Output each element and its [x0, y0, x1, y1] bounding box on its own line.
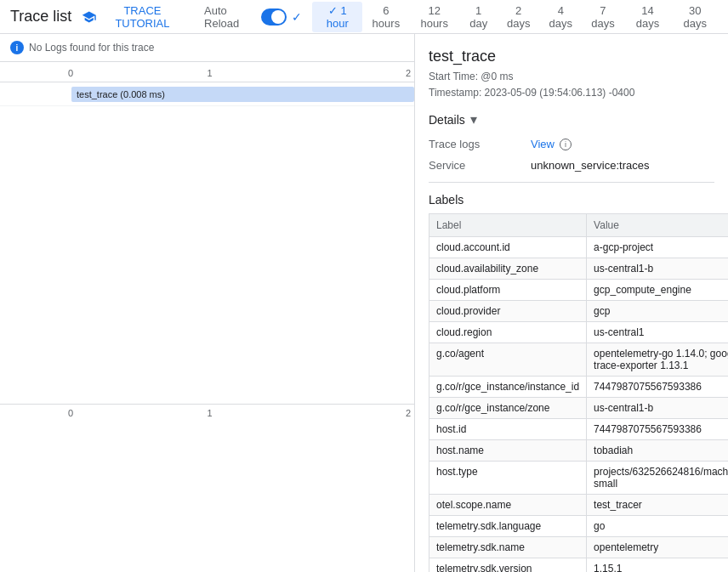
axis-label-0-top: 0	[68, 68, 73, 78]
labels-table-header: Label Value	[429, 214, 729, 237]
time-btn-30days[interactable]: 30 days	[672, 2, 718, 32]
auto-reload-toggle[interactable]	[261, 8, 287, 25]
value-cell: 7447987075567593386	[587, 377, 728, 398]
chevron-down-icon: ▾	[470, 111, 477, 127]
value-cell: projects/632526624816/machineTypes/e2-sm…	[587, 462, 728, 495]
time-btn-14days[interactable]: 14 days	[625, 2, 671, 32]
label-cell: host.id	[429, 419, 587, 440]
value-cell: go	[587, 516, 728, 537]
label-cell: cloud.availability_zone	[429, 258, 587, 280]
auto-reload-control: Auto Reload ✓	[204, 4, 302, 30]
service-value: unknown_service:traces	[531, 159, 649, 172]
axis-label-0-bottom: 0	[68, 408, 73, 421]
section-divider	[429, 182, 714, 183]
value-cell: test_tracer	[587, 495, 728, 516]
trace-tutorial-label: TRACE TUTORIAL	[101, 4, 184, 30]
labels-table-row: g.co/agentopentelemetry-go 1.14.0; googl…	[429, 343, 729, 377]
value-cell: us-central1	[587, 322, 728, 343]
label-cell: cloud.provider	[429, 301, 587, 322]
labels-table-row: host.nametobadiah	[429, 440, 729, 462]
axis-label-1-top: 1	[208, 68, 213, 78]
labels-table-row: telemetry.sdk.languagego	[429, 516, 729, 537]
time-btn-6hours[interactable]: 6 hours	[364, 2, 408, 32]
main-content: i No Logs found for this trace 0 1 2 tes…	[0, 34, 728, 572]
label-cell: host.type	[429, 462, 587, 495]
trace-logs-info-icon[interactable]: i	[560, 139, 572, 150]
timeline-axis-bottom: 0 1 2	[0, 404, 414, 424]
label-cell: telemetry.sdk.language	[429, 516, 587, 537]
time-btn-2days[interactable]: 2 days	[498, 2, 539, 32]
checkmark-icon: ✓	[292, 10, 302, 24]
trace-logs-row: Trace logs View i	[429, 138, 714, 150]
label-cell: host.name	[429, 440, 587, 462]
labels-table-row: cloud.availability_zoneus-central1-b	[429, 258, 729, 280]
label-cell: telemetry.sdk.name	[429, 537, 587, 558]
trace-name: test_trace	[429, 48, 714, 65]
label-col-header: Label	[429, 214, 587, 237]
trace-logs-value: View i	[531, 138, 572, 150]
labels-table-row: cloud.platformgcp_compute_engine	[429, 280, 729, 301]
labels-table-row: cloud.account.ida-gcp-project	[429, 237, 729, 258]
value-cell: opentelemetry	[587, 537, 728, 558]
trace-tutorial-button[interactable]: TRACE TUTORIAL	[82, 4, 184, 30]
labels-title: Labels	[429, 193, 714, 207]
value-col-header: Value	[587, 214, 728, 237]
labels-table: Label Value cloud.account.ida-gcp-projec…	[429, 213, 728, 572]
time-btn-1hour[interactable]: ✓ 1 hour	[312, 2, 362, 32]
left-panel: i No Logs found for this trace 0 1 2 tes…	[0, 34, 415, 572]
time-btn-12hours[interactable]: 12 hours	[410, 2, 459, 32]
label-cell: cloud.platform	[429, 280, 587, 301]
start-time-line: Start Time: @0 ms	[429, 69, 714, 85]
service-label: Service	[429, 159, 531, 172]
value-cell: gcp_compute_engine	[587, 280, 728, 301]
labels-table-row: telemetry.sdk.version1.15.1	[429, 558, 729, 572]
label-cell: g.co/r/gce_instance/instance_id	[429, 377, 587, 398]
graduation-cap-icon	[82, 8, 96, 25]
trace-logs-label: Trace logs	[429, 138, 531, 150]
labels-table-row: cloud.regionus-central1	[429, 322, 729, 343]
value-cell: 1.15.1	[587, 558, 728, 572]
value-cell: tobadiah	[587, 440, 728, 462]
labels-table-row: g.co/r/gce_instance/instance_id744798707…	[429, 377, 729, 398]
trace-start-time: Start Time: @0 ms Timestamp: 2023-05-09 …	[429, 69, 714, 101]
label-cell: otel.scope.name	[429, 495, 587, 516]
labels-table-row: telemetry.sdk.nameopentelemetry	[429, 537, 729, 558]
time-btn-1day[interactable]: 1 day	[461, 2, 497, 32]
toggle-knob	[271, 10, 285, 24]
info-bar: i No Logs found for this trace	[0, 34, 414, 62]
label-cell: cloud.region	[429, 322, 587, 343]
value-cell: a-gcp-project	[587, 237, 728, 258]
value-cell: us-central1-b	[587, 398, 728, 419]
details-header[interactable]: Details ▾	[429, 111, 714, 127]
info-icon: i	[10, 41, 24, 54]
auto-reload-label: Auto Reload	[204, 4, 256, 30]
trace-row[interactable]: test_trace (0.008 ms)	[0, 82, 414, 106]
value-cell: opentelemetry-go 1.14.0; google-cloud-tr…	[587, 343, 728, 377]
label-cell: telemetry.sdk.version	[429, 558, 587, 572]
info-message: No Logs found for this trace	[29, 42, 154, 54]
axis-label-2-top: 2	[406, 68, 411, 78]
value-cell: 7447987075567593386	[587, 419, 728, 440]
service-row: Service unknown_service:traces	[429, 159, 714, 172]
labels-table-row: host.typeprojects/632526624816/machineTy…	[429, 462, 729, 495]
timeline-container[interactable]: 0 1 2 test_trace (0.008 ms) 0 1 2	[0, 62, 414, 572]
label-cell: g.co/agent	[429, 343, 587, 377]
value-cell: us-central1-b	[587, 258, 728, 280]
label-cell: g.co/r/gce_instance/zone	[429, 398, 587, 419]
app-header: Trace list TRACE TUTORIAL Auto Reload ✓ …	[0, 0, 728, 34]
time-btn-4days[interactable]: 4 days	[540, 2, 581, 32]
time-range-buttons: ✓ 1 hour 6 hours 12 hours 1 day 2 days 4…	[312, 2, 718, 32]
label-cell: cloud.account.id	[429, 237, 587, 258]
trace-bar-col: test_trace (0.008 ms)	[71, 87, 414, 102]
labels-table-row: g.co/r/gce_instance/zoneus-central1-b	[429, 398, 729, 419]
right-panel: test_trace Start Time: @0 ms Timestamp: …	[415, 34, 728, 572]
page-title: Trace list	[10, 8, 71, 25]
axis-label-2-bottom: 2	[406, 408, 411, 421]
time-btn-7days[interactable]: 7 days	[583, 2, 623, 32]
details-label: Details	[429, 113, 465, 127]
trace-bar[interactable]: test_trace (0.008 ms)	[71, 87, 414, 102]
view-link[interactable]: View	[531, 138, 555, 150]
timeline-empty-area	[0, 106, 414, 404]
labels-table-row: host.id7447987075567593386	[429, 419, 729, 440]
value-cell: gcp	[587, 301, 728, 322]
